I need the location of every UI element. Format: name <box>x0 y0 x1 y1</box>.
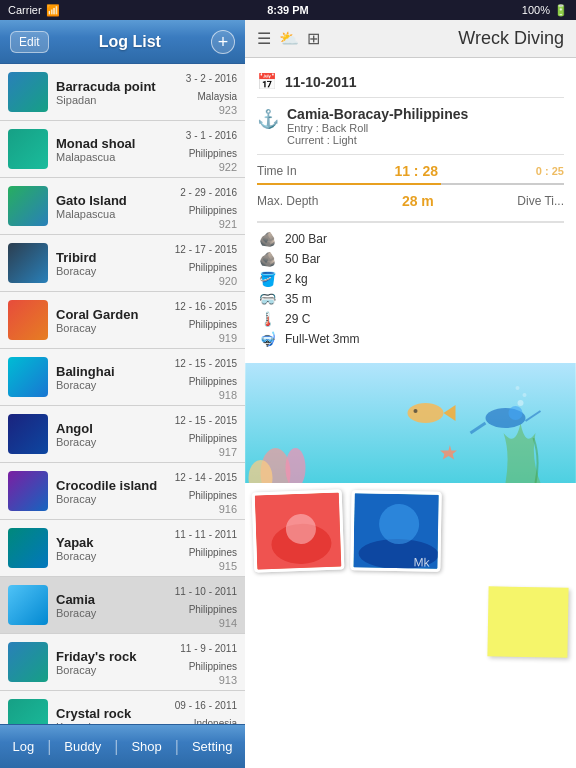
dive-name-7: Angol <box>56 421 171 436</box>
dive-thumb-7 <box>8 414 48 454</box>
equip-row-3: 🥽 35 m <box>257 289 564 309</box>
photo-card-2[interactable]: Mk <box>350 490 441 572</box>
equip-label-2: 2 kg <box>285 272 308 286</box>
dive-country-11: Philippines <box>189 661 237 672</box>
dive-info-8: Crocodile island Boracay <box>56 478 171 505</box>
dive-num-5: 919 <box>175 332 237 344</box>
dive-country-9: Philippines <box>189 547 237 558</box>
tab-bar: Log | Buddy | Shop | Setting <box>0 724 245 768</box>
dive-date-3: 2 - 29 - 2016 <box>180 187 237 198</box>
svg-point-7 <box>414 409 418 413</box>
dive-item-7[interactable]: Angol Boracay 12 - 15 - 2015 Philippines… <box>0 406 245 463</box>
dive-location-6: Boracay <box>56 379 171 391</box>
add-button[interactable]: + <box>211 30 235 54</box>
dive-item-11[interactable]: Friday's rock Boracay 11 - 9 - 2011 Phil… <box>0 634 245 691</box>
max-depth-value: 28 m <box>402 193 434 209</box>
equip-label-3: 35 m <box>285 292 312 306</box>
dive-country-3: Philippines <box>189 205 237 216</box>
equip-icon-5: 🤿 <box>257 331 277 347</box>
tab-buddy[interactable]: Buddy <box>52 731 113 762</box>
dive-num-8: 916 <box>175 503 237 515</box>
dive-country-1: Malaysia <box>198 91 237 102</box>
dive-name-2: Monad shoal <box>56 136 182 151</box>
photo-thumbnail-1 <box>255 492 345 572</box>
tab-shop[interactable]: Shop <box>119 731 173 762</box>
photo-card-1[interactable] <box>252 489 345 572</box>
equip-label-5: Full-Wet 3mm <box>285 332 359 346</box>
status-left: Carrier 📶 <box>8 4 60 17</box>
date-text: 11-10-2011 <box>285 74 357 90</box>
edit-button[interactable]: Edit <box>10 31 49 53</box>
dive-thumb-3 <box>8 186 48 226</box>
dive-item-8[interactable]: Crocodile island Boracay 12 - 14 - 2015 … <box>0 463 245 520</box>
equip-icon-2: 🪣 <box>257 271 277 287</box>
wifi-icon: 📶 <box>46 4 60 17</box>
dive-thumb-11 <box>8 642 48 682</box>
equip-row-1: 🪨 50 Bar <box>257 249 564 269</box>
tab-sep-2: | <box>114 738 118 756</box>
dive-num-3: 921 <box>180 218 237 230</box>
sticky-note[interactable] <box>487 586 568 657</box>
equip-icon-1: 🪨 <box>257 251 277 267</box>
equip-icon-4: 🌡️ <box>257 311 277 327</box>
dive-item-5[interactable]: Coral Garden Boracay 12 - 16 - 2015 Phil… <box>0 292 245 349</box>
dive-date-5: 12 - 16 - 2015 <box>175 301 237 312</box>
dive-date-7: 12 - 15 - 2015 <box>175 415 237 426</box>
depth-row: Max. Depth 28 m Dive Ti... <box>257 189 564 213</box>
dive-date-1: 3 - 2 - 2016 <box>186 73 237 84</box>
carrier-label: Carrier <box>8 4 42 16</box>
dive-info-6: Balinghai Boracay <box>56 364 171 391</box>
dive-location-1: Sipadan <box>56 94 182 106</box>
calendar-icon: 📅 <box>257 72 277 91</box>
grid-view-icon[interactable]: ⊞ <box>307 29 320 48</box>
equip-row-2: 🪣 2 kg <box>257 269 564 289</box>
dive-meta-12: 09 - 16 - 2011 Indonesia 912 <box>175 695 237 724</box>
dive-num-4: 920 <box>175 275 237 287</box>
wreck-diving-title: Wreck Diving <box>332 28 564 49</box>
time-in-row: Time In 11 : 28 0 : 25 <box>257 163 564 179</box>
dive-thumb-5 <box>8 300 48 340</box>
photo-thumbnail-2: Mk <box>353 493 441 572</box>
equip-icon-3: 🥽 <box>257 291 277 307</box>
right-header-icons: ☰ ⛅ ⊞ <box>257 29 320 48</box>
dive-location-9: Boracay <box>56 550 171 562</box>
dive-date-10: 11 - 10 - 2011 <box>175 586 237 597</box>
dive-country-10: Philippines <box>189 604 237 615</box>
dive-num-10: 914 <box>175 617 237 629</box>
max-depth-label: Max. Depth <box>257 194 318 208</box>
equipment-section: 🪨 200 Bar 🪨 50 Bar 🪣 2 kg 🥽 35 m 🌡️ 29 C… <box>257 222 564 355</box>
dive-item-6[interactable]: Balinghai Boracay 12 - 15 - 2015 Philipp… <box>0 349 245 406</box>
battery-label: 100% <box>522 4 550 16</box>
time-bar-fill <box>257 183 441 185</box>
dive-item-12[interactable]: Crystal rock Komodo 09 - 16 - 2011 Indon… <box>0 691 245 724</box>
dive-item-2[interactable]: Monad shoal Malapascua 3 - 1 - 2016 Phil… <box>0 121 245 178</box>
equip-label-0: 200 Bar <box>285 232 327 246</box>
tab-log[interactable]: Log <box>1 731 47 762</box>
dive-item-1[interactable]: Barracuda point Sipadan 3 - 2 - 2016 Mal… <box>0 64 245 121</box>
main-layout: Edit Log List + Barracuda point Sipadan … <box>0 20 576 768</box>
dive-list[interactable]: Barracuda point Sipadan 3 - 2 - 2016 Mal… <box>0 64 245 724</box>
dive-item-9[interactable]: Yapak Boracay 11 - 11 - 2011 Philippines… <box>0 520 245 577</box>
dive-date-12: 09 - 16 - 2011 <box>175 700 237 711</box>
dive-meta-7: 12 - 15 - 2015 Philippines 917 <box>175 410 237 458</box>
dive-name-9: Yapak <box>56 535 171 550</box>
dive-name-1: Barracuda point <box>56 79 182 94</box>
dive-location-11: Boracay <box>56 664 176 676</box>
dive-name-11: Friday's rock <box>56 649 176 664</box>
left-panel: Edit Log List + Barracuda point Sipadan … <box>0 20 245 768</box>
list-view-icon[interactable]: ☰ <box>257 29 271 48</box>
dive-num-6: 918 <box>175 389 237 401</box>
dive-country-5: Philippines <box>189 319 237 330</box>
time-in-value: 11 : 28 <box>394 163 438 179</box>
dive-item-3[interactable]: Gato Island Malapascua 2 - 29 - 2016 Phi… <box>0 178 245 235</box>
weather-icon: ⛅ <box>279 29 299 48</box>
dive-meta-10: 11 - 10 - 2011 Philippines 914 <box>175 581 237 629</box>
dive-item-4[interactable]: Tribird Boracay 12 - 17 - 2015 Philippin… <box>0 235 245 292</box>
dive-thumb-4 <box>8 243 48 283</box>
dive-meta-9: 11 - 11 - 2011 Philippines 915 <box>175 524 237 572</box>
dive-item-10[interactable]: Camia Boracay 11 - 10 - 2011 Philippines… <box>0 577 245 634</box>
dive-date-11: 11 - 9 - 2011 <box>180 643 237 654</box>
dive-num-11: 913 <box>180 674 237 686</box>
tab-setting[interactable]: Setting <box>180 731 244 762</box>
time-out-value: 0 : 25 <box>536 165 564 177</box>
